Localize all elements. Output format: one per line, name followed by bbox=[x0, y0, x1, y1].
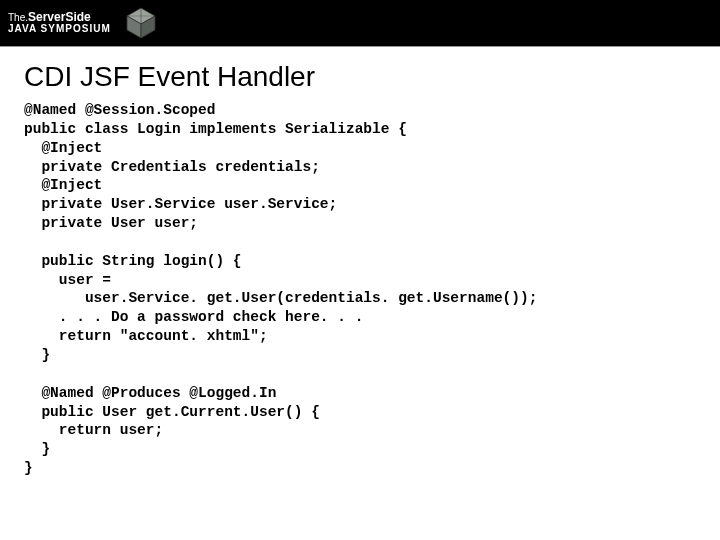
slide-title: CDI JSF Event Handler bbox=[0, 47, 720, 101]
code-block: @Named @Session.Scoped public class Logi… bbox=[0, 101, 720, 478]
cube-icon bbox=[123, 5, 159, 41]
logo-text: The.ServerSide JAVA SYMPOSIUM bbox=[8, 11, 111, 34]
logo-line2: JAVA SYMPOSIUM bbox=[8, 24, 111, 35]
slide-header: The.ServerSide JAVA SYMPOSIUM bbox=[0, 0, 720, 46]
